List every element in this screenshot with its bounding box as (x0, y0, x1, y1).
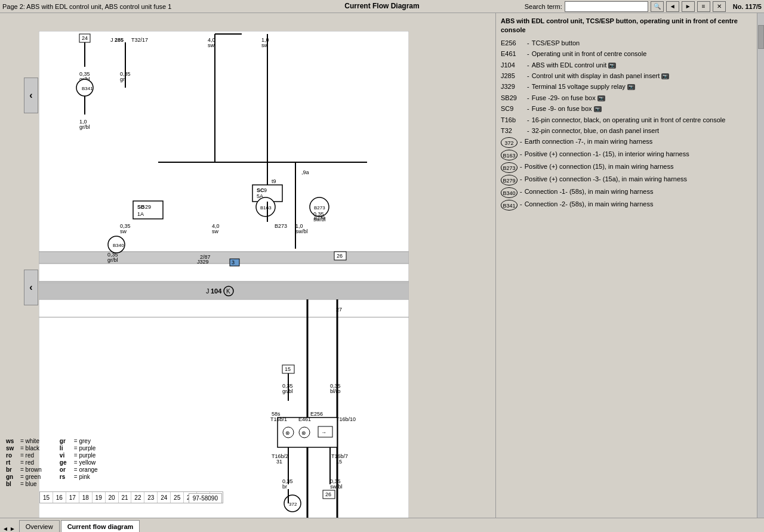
component-list: E256-TCS/ESP buttonE461-Operating unit i… (501, 39, 759, 211)
svg-text:1A: 1A (137, 211, 144, 217)
svg-text:J: J (110, 37, 113, 43)
svg-text:B273: B273 (314, 205, 325, 211)
tab-current-flow-diagram[interactable]: Current flow diagram (61, 520, 140, 532)
document-number: 97-58090 (189, 493, 222, 503)
ruler-mark: 20 (106, 492, 119, 503)
svg-text:372: 372 (289, 502, 297, 507)
svg-text:sw: sw (261, 42, 269, 48)
svg-text:⊗: ⊗ (285, 430, 290, 436)
svg-text:sw: sw (120, 228, 127, 234)
component-row: J104-ABS with EDL control unit📷 (501, 61, 759, 70)
color-legend: ws= white sw= black ro= red rt= red br= … (6, 438, 221, 488)
svg-text:T16b/10: T16b/10 (336, 416, 356, 422)
ruler-mark: 16 (53, 492, 66, 503)
component-list-panel: ABS with EDL control unit, TCS/ESP butto… (495, 13, 764, 518)
component-row: B341-Connection -2- (58s), in main wirin… (501, 200, 759, 211)
svg-text:24: 24 (82, 35, 88, 41)
tab-current-flow-label: Current flow diagram (67, 523, 134, 530)
svg-rect-0 (39, 31, 409, 252)
component-row: T32-32-pin connector, blue, on dash pane… (501, 126, 759, 135)
svg-text:sw: sw (212, 228, 219, 234)
svg-text:B340: B340 (113, 243, 124, 248)
svg-text:B273: B273 (275, 223, 287, 229)
svg-text:gr/bl: gr/bl (107, 257, 118, 263)
svg-text:E461: E461 (298, 416, 311, 422)
component-row: T16b-16-pin connector, black, on operati… (501, 116, 759, 125)
svg-text:3: 3 (232, 259, 235, 265)
svg-text:29: 29 (145, 204, 151, 210)
svg-text:,9a: ,9a (301, 169, 309, 175)
ruler-mark: 19 (93, 492, 106, 503)
svg-rect-4 (39, 299, 409, 317)
svg-text:104: 104 (211, 287, 222, 295)
diagram-title: Current Flow Diagram (344, 2, 419, 10)
scrollbar-thumb[interactable] (758, 25, 764, 49)
svg-text:E256: E256 (310, 411, 323, 417)
svg-text:sw/bl: sw/bl (295, 228, 308, 234)
search-label: Search term: (525, 3, 562, 10)
component-row: B340-Connection -1- (58s), in main wirin… (501, 187, 759, 198)
component-row: B279-Positive (+) connection -3- (15a), … (501, 175, 759, 185)
page-arrow-left-top[interactable]: ‹ (24, 78, 38, 113)
svg-text:⊗: ⊗ (301, 430, 306, 436)
svg-text:15: 15 (336, 459, 342, 465)
svg-text:J: J (206, 287, 210, 295)
ruler-mark: 24 (158, 492, 171, 503)
close-button[interactable]: ✕ (713, 1, 726, 12)
svg-text:2/87: 2/87 (200, 254, 211, 260)
svg-text:31: 31 (276, 459, 282, 465)
svg-text:gr: gr (120, 76, 125, 82)
page-title: Page 2: ABS with EDL control unit, ABS c… (2, 3, 525, 10)
svg-text:T16b/1: T16b/1 (270, 416, 287, 422)
search-prev-button[interactable]: ◄ (666, 1, 679, 12)
svg-text:26: 26 (337, 253, 343, 259)
ruler-mark: 22 (131, 492, 144, 503)
search-next-button[interactable]: ► (682, 1, 695, 12)
ruler-mark: 23 (144, 492, 158, 503)
component-row: E461-Operating unit in front of centre c… (501, 50, 759, 58)
legend-column-2: gr= grey li= purple vi= purple ge= yello… (60, 438, 98, 488)
svg-text:gr/bl: gr/bl (79, 124, 90, 130)
svg-text:27: 27 (336, 307, 342, 313)
panel-title: ABS with EDL control unit, TCS/ESP butto… (501, 17, 759, 35)
component-row: J329-Terminal 15 voltage supply relay📷 (501, 82, 759, 91)
search-button[interactable]: 🔍 (651, 1, 664, 12)
page-number: No. 117/5 (733, 3, 762, 10)
tab-bar: ◄ ► Overview Current flow diagram (0, 518, 764, 532)
svg-text:→: → (321, 429, 326, 435)
svg-text:26: 26 (325, 491, 331, 497)
ruler-mark: 25 (171, 492, 184, 503)
svg-text:t9: t9 (272, 178, 276, 184)
svg-rect-1 (39, 252, 409, 264)
svg-text:sw/bl: sw/bl (313, 216, 326, 222)
svg-text:9: 9 (264, 187, 267, 193)
tab-next-arrow[interactable]: ► (10, 525, 16, 532)
svg-text:sw: sw (208, 42, 215, 48)
scrollbar[interactable] (757, 13, 764, 518)
component-row: SB29-Fuse -29- on fuse box📷 (501, 94, 759, 103)
svg-rect-2 (39, 264, 409, 282)
tab-prev-arrow[interactable]: ◄ (2, 525, 8, 532)
page-arrow-left-bottom[interactable]: ‹ (24, 270, 38, 305)
tab-overview-label: Overview (26, 523, 53, 530)
component-row: B163-Positive (+) connection -1- (15), i… (501, 150, 759, 160)
component-row: E256-TCS/ESP button (501, 39, 759, 48)
component-row: SC9-Fuse -9- on fuse box📷 (501, 104, 759, 113)
svg-text:K: K (226, 288, 230, 295)
svg-text:B341: B341 (82, 86, 93, 91)
ruler-mark: 21 (119, 492, 132, 503)
ruler-mark: 15 (40, 492, 53, 503)
svg-text:SB: SB (137, 204, 145, 210)
ruler-mark: 18 (79, 492, 93, 503)
legend-column-1: ws= white sw= black ro= red rt= red br= … (6, 438, 42, 488)
ruler-mark: 17 (66, 492, 79, 503)
component-row: 372-Earth connection -7-, in main wiring… (501, 137, 759, 148)
menu-button[interactable]: ≡ (697, 1, 710, 12)
tab-overview[interactable]: Overview (19, 520, 60, 532)
component-row: B273-Positive (+) connection (15), in ma… (501, 162, 759, 173)
svg-text:15: 15 (285, 366, 291, 372)
search-input[interactable] (565, 1, 648, 12)
svg-text:bl/ro: bl/ro (330, 388, 341, 394)
svg-text:285: 285 (115, 37, 124, 43)
svg-text:T32/17: T32/17 (131, 37, 148, 43)
